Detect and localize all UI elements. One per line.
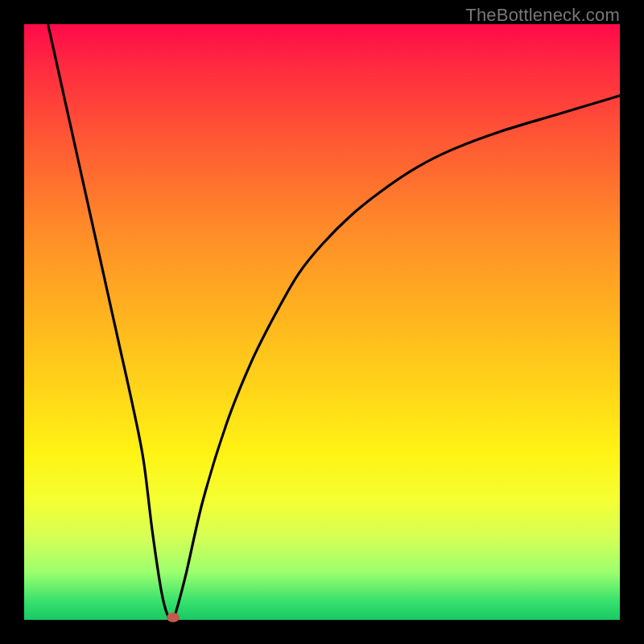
curve-svg — [24, 24, 620, 620]
watermark-text: TheBottleneck.com — [465, 5, 620, 26]
plot-area — [24, 24, 620, 620]
bottleneck-curve-path — [48, 24, 620, 620]
bottleneck-chart: TheBottleneck.com — [0, 0, 644, 644]
optimal-point-marker — [167, 613, 180, 622]
